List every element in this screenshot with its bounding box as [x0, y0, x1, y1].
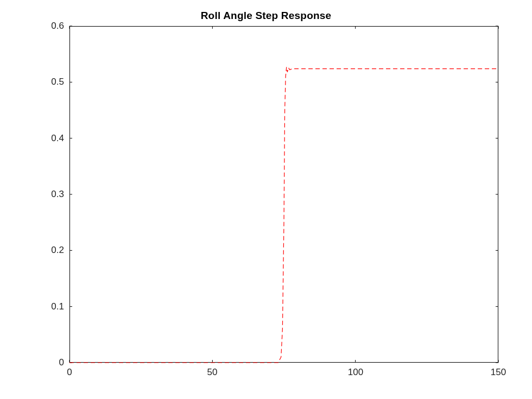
- roll-angle-line: [69, 67, 498, 363]
- y-tick-label: 0.3: [34, 189, 64, 200]
- y-tick-label: 0.6: [34, 21, 64, 31]
- y-tick-label: 0.1: [34, 301, 64, 312]
- y-tick-label: 0.5: [34, 77, 64, 87]
- y-tick-label: 0: [34, 357, 64, 368]
- y-tick-label: 0.2: [34, 245, 64, 256]
- chart-title: Roll Angle Step Response: [0, 10, 532, 22]
- x-tick-label: 0: [67, 367, 72, 378]
- x-tick-label: 100: [348, 367, 363, 378]
- x-tick-label: 50: [207, 367, 218, 378]
- y-tick-label: 0.4: [34, 133, 64, 144]
- plot-svg: [69, 26, 498, 363]
- x-tick-label: 150: [491, 367, 506, 378]
- figure: Roll Angle Step Response 0 50 100 150 0 …: [0, 0, 532, 399]
